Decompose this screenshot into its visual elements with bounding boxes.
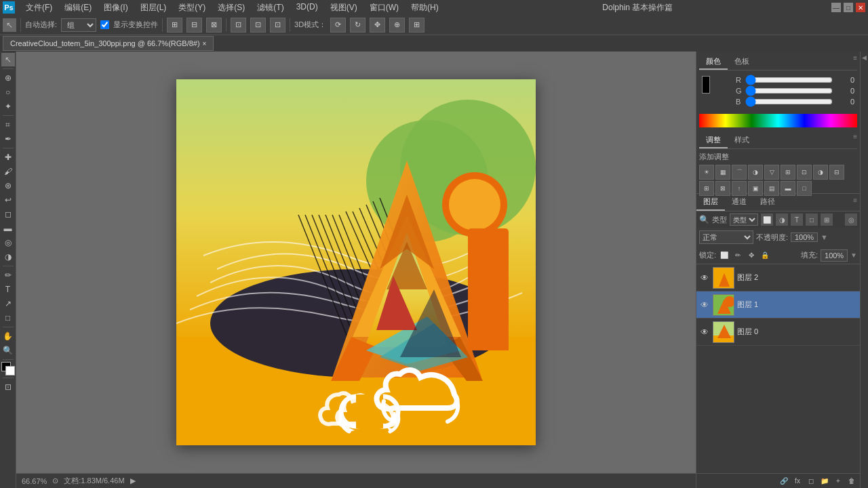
gradient-tool[interactable]: ▬ bbox=[1, 222, 15, 235]
status-arrow[interactable]: ▶ bbox=[130, 476, 136, 485]
foreground-color-swatch[interactable] bbox=[702, 76, 710, 94]
clone-stamp-tool[interactable]: ⊛ bbox=[1, 179, 15, 192]
distribute-left[interactable]: ⊡ bbox=[231, 18, 246, 33]
document-tab[interactable]: CreativeCloud_totem_5in_300ppi.png @ 66.… bbox=[3, 36, 214, 51]
layer-visibility-icon[interactable]: 👁 bbox=[699, 327, 710, 338]
rotate-3d[interactable]: ⟳ bbox=[330, 18, 346, 33]
shape-tool[interactable]: □ bbox=[1, 311, 15, 325]
align-right[interactable]: ⊠ bbox=[206, 18, 222, 33]
show-transform-checkbox[interactable] bbox=[100, 20, 109, 29]
link-layers-btn[interactable]: 🔗 bbox=[778, 476, 789, 487]
tab-styles[interactable]: 样式 bbox=[728, 133, 756, 148]
filter-pixel-btn[interactable]: ⬜ bbox=[761, 214, 773, 226]
lock-artboard-btn[interactable]: ✥ bbox=[746, 250, 757, 261]
filter-smart-btn[interactable]: ⊞ bbox=[821, 214, 833, 226]
tab-adjust[interactable]: 调整 bbox=[699, 133, 728, 148]
distribute-center[interactable]: ⊡ bbox=[250, 18, 266, 33]
opacity-input[interactable] bbox=[791, 232, 818, 242]
green-slider[interactable] bbox=[745, 88, 833, 94]
delete-layer-btn[interactable]: 🗑 bbox=[846, 476, 857, 487]
marquee-tool[interactable]: ⊕ bbox=[1, 71, 15, 85]
brush-tool[interactable]: 🖌 bbox=[1, 165, 15, 178]
tab-layers[interactable]: 图层 bbox=[696, 194, 725, 211]
minimize-button[interactable]: — bbox=[831, 3, 841, 12]
menu-file[interactable]: 文件(F) bbox=[20, 1, 58, 15]
blue-slider[interactable] bbox=[745, 99, 833, 104]
eyedropper-tool[interactable]: ✒ bbox=[1, 132, 15, 146]
exposure-adj[interactable]: ◑ bbox=[748, 165, 763, 180]
menu-select[interactable]: 选择(S) bbox=[212, 1, 250, 15]
tab-channels[interactable]: 通道 bbox=[725, 194, 753, 211]
menu-filter[interactable]: 滤镜(T) bbox=[252, 1, 289, 15]
menu-3d[interactable]: 3D(D) bbox=[291, 1, 323, 15]
history-brush-tool[interactable]: ↩ bbox=[1, 193, 15, 207]
huesaturation-adj[interactable]: ⊞ bbox=[781, 165, 795, 180]
menu-window[interactable]: 窗口(W) bbox=[364, 1, 404, 15]
path-selection-tool[interactable]: ↗ bbox=[1, 297, 15, 310]
filter-shape-btn[interactable]: □ bbox=[806, 214, 818, 226]
foreground-background-color[interactable] bbox=[1, 362, 15, 375]
tab-close-button[interactable]: × bbox=[203, 40, 207, 47]
lock-pixels-btn[interactable]: ⬜ bbox=[719, 250, 730, 261]
menu-help[interactable]: 帮助(H) bbox=[406, 1, 444, 15]
canvas-container[interactable] bbox=[16, 52, 696, 473]
filter-adjust-btn[interactable]: ◑ bbox=[776, 214, 788, 226]
panel-menu-icon[interactable]: ≡ bbox=[853, 54, 857, 70]
blackwhite-adj[interactable]: ◑ bbox=[813, 165, 828, 180]
menu-edit[interactable]: 编辑(E) bbox=[59, 1, 97, 15]
pen-tool[interactable]: ✏ bbox=[1, 268, 15, 282]
photofilter-adj[interactable]: ⊟ bbox=[829, 165, 844, 180]
add-mask-btn[interactable]: ◻ bbox=[806, 476, 816, 487]
zoom-tool[interactable]: 🔍 bbox=[1, 344, 15, 357]
align-left[interactable]: ⊞ bbox=[167, 18, 182, 33]
maximize-button[interactable]: □ bbox=[844, 3, 853, 12]
filter-text-btn[interactable]: T bbox=[791, 214, 803, 226]
hand-tool[interactable]: ✋ bbox=[1, 329, 15, 343]
layer-item[interactable]: 👁 图层 2 bbox=[696, 264, 860, 291]
curves-adj[interactable]: ⌒ bbox=[732, 165, 747, 180]
menu-view[interactable]: 视图(V) bbox=[325, 1, 363, 15]
panel-collapse-button[interactable]: ◀ bbox=[860, 52, 868, 488]
new-layer-btn[interactable]: + bbox=[833, 476, 844, 487]
move-tool[interactable]: ↖ bbox=[1, 53, 15, 66]
eraser-tool[interactable]: ◻ bbox=[1, 207, 15, 221]
layer-visibility-icon[interactable]: 👁 bbox=[699, 272, 710, 283]
screen-mode[interactable]: ⊡ bbox=[1, 380, 15, 394]
color-spectrum[interactable] bbox=[699, 114, 857, 127]
auto-select-dropdown[interactable]: 组 图层 bbox=[61, 18, 96, 32]
blend-mode-dropdown[interactable]: 正常 溶解 正片叠底 bbox=[699, 230, 753, 244]
tab-paths[interactable]: 路径 bbox=[753, 194, 782, 211]
adjust-menu-icon[interactable]: ≡ bbox=[853, 133, 857, 148]
tab-swatches[interactable]: 色板 bbox=[728, 54, 756, 70]
filter-type-dropdown[interactable]: 类型 bbox=[730, 214, 758, 226]
text-tool[interactable]: T bbox=[1, 283, 15, 296]
lock-position-btn[interactable]: ✏ bbox=[732, 250, 743, 261]
pan-3d[interactable]: ✥ bbox=[370, 18, 385, 33]
roll-3d[interactable]: ↻ bbox=[350, 18, 366, 33]
colorbalance-adj[interactable]: ⊡ bbox=[797, 165, 812, 180]
workspace-name[interactable]: Dolphin 基本操作篇 bbox=[599, 2, 675, 14]
layer-item[interactable]: 👁 图层 1 bbox=[696, 291, 860, 319]
layer-visibility-icon[interactable]: 👁 bbox=[699, 300, 710, 310]
menu-image[interactable]: 图像(I) bbox=[98, 1, 133, 15]
move-tool-options[interactable]: ↖ bbox=[3, 18, 16, 32]
layers-menu-icon[interactable]: ≡ bbox=[850, 194, 860, 211]
brightness-adj[interactable]: ☀ bbox=[699, 165, 714, 180]
menu-layer[interactable]: 图层(L) bbox=[135, 1, 172, 15]
fill-input[interactable] bbox=[821, 249, 848, 262]
magic-wand-tool[interactable]: ✦ bbox=[1, 100, 15, 113]
blur-tool[interactable]: ◎ bbox=[1, 236, 15, 249]
opacity-dropdown-icon[interactable]: ▼ bbox=[821, 233, 828, 241]
filter-toggle-btn[interactable]: ◎ bbox=[845, 214, 857, 226]
red-slider[interactable] bbox=[745, 77, 833, 83]
distribute-right[interactable]: ⊡ bbox=[270, 18, 285, 33]
align-center[interactable]: ⊟ bbox=[186, 18, 202, 33]
close-button[interactable]: ✕ bbox=[856, 3, 865, 12]
menu-type[interactable]: 类型(Y) bbox=[173, 1, 211, 15]
tab-color[interactable]: 颜色 bbox=[699, 54, 728, 70]
layer-item[interactable]: 👁 图层 0 bbox=[696, 319, 860, 346]
add-style-btn[interactable]: fx bbox=[792, 476, 803, 487]
levels-adj[interactable]: ▦ bbox=[715, 165, 730, 180]
healing-brush-tool[interactable]: ✚ bbox=[1, 150, 15, 164]
slide-3d[interactable]: ⊕ bbox=[389, 18, 405, 33]
